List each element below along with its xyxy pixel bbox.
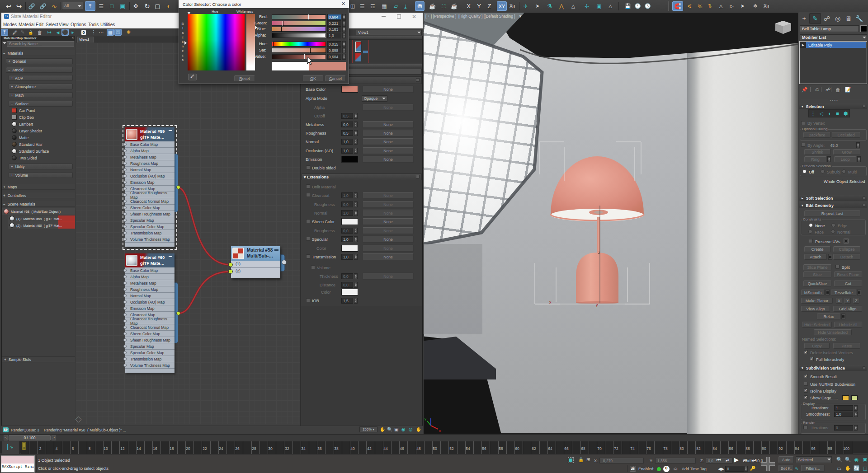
svg-text:y: y xyxy=(596,303,598,307)
svg-text:x: x xyxy=(439,429,441,433)
svg-text:z: z xyxy=(598,250,600,255)
svg-text:y: y xyxy=(425,417,426,421)
svg-text:x: x xyxy=(549,300,552,304)
